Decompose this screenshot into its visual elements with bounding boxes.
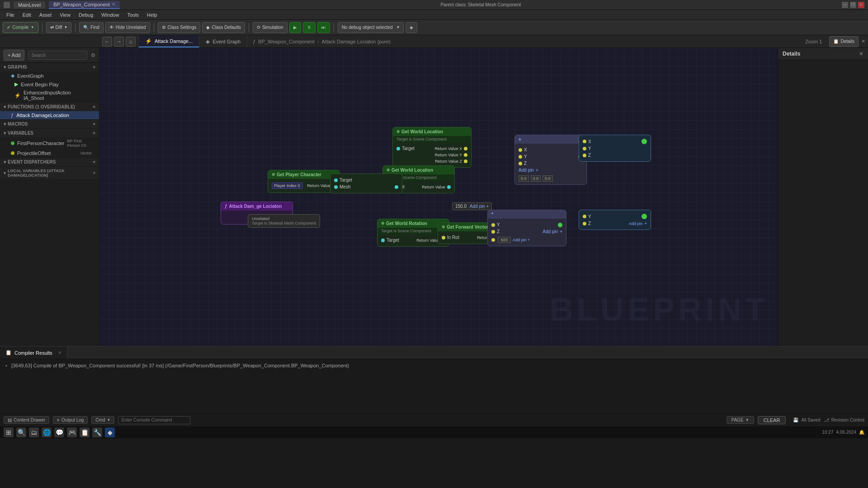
sidebar-item-eventgraph[interactable]: ◈ EventGraph (0, 71, 99, 80)
add-pin-2-mv2[interactable]: Add pin + (513, 238, 530, 242)
pin-out-lower-circle[interactable] (642, 214, 647, 219)
taskbar-chrome[interactable]: 🌐 (42, 427, 52, 437)
variables-header[interactable]: ▾ VARIABLES + (0, 129, 99, 137)
pin-inrot-gfv[interactable] (442, 236, 445, 239)
revision-control[interactable]: ⎇ Revision Control (824, 418, 864, 422)
page-button[interactable]: PAGE ▼ (726, 416, 754, 424)
add-pin-150[interactable]: Add pin + (470, 204, 489, 209)
compiler-tab-close[interactable]: ✕ (58, 350, 61, 355)
sidebar-item-attack-damage[interactable]: ƒ Attack DamageLocation (0, 111, 99, 119)
pin-rety-gwl1[interactable] (464, 153, 467, 157)
compile-button[interactable]: ✔ Compile ▼ (3, 22, 38, 33)
menu-debug[interactable]: Debug (75, 11, 97, 19)
node-attack-damage[interactable]: ƒ Attack Dam_ge Lociaton Return (221, 202, 293, 225)
sidebar-settings-icon[interactable]: ⚙ (91, 52, 95, 58)
tab-compiler-results[interactable]: 📋 Compiler Results ✕ (0, 347, 67, 359)
pin-exec-attack[interactable] (284, 214, 289, 221)
pin-out-circle[interactable] (642, 139, 647, 144)
pin-z-mv1[interactable] (519, 162, 522, 165)
restore-button[interactable]: ❐ (850, 2, 856, 8)
pin-out-mv2[interactable] (558, 223, 562, 227)
graphs-add-icon[interactable]: + (93, 65, 95, 70)
pin-y-mv1[interactable] (519, 155, 522, 159)
add-button[interactable]: + Add (4, 50, 24, 61)
taskbar-teams[interactable]: 💬 (54, 427, 64, 437)
node-get-world-location-1[interactable]: ⚙ Get World Location Target is Scene Com… (392, 127, 472, 168)
node-output-right[interactable]: X Y Z (579, 135, 651, 162)
functions-header[interactable]: ▾ FUNCTIONS (1 OVERRIDABLE) + (0, 103, 99, 111)
graphs-header[interactable]: ▾ GRAPHS + (0, 63, 99, 71)
close-icon[interactable]: ✕ (112, 2, 115, 7)
functions-add-icon[interactable]: + (93, 104, 95, 109)
details-close-icon[interactable]: ✕ (861, 38, 865, 44)
pin-x-mv1[interactable] (519, 148, 522, 152)
sidebar-item-projectileoffset[interactable]: ProjectileOffset Vector (0, 149, 99, 157)
node-make-vector-2[interactable]: * Y Z A (487, 210, 566, 246)
pin-target-gwr[interactable] (381, 239, 385, 242)
pin-mesh[interactable] (334, 185, 338, 189)
pin-out-mesh[interactable] (395, 185, 398, 189)
diff-button[interactable]: ⇄ Diff ▼ (46, 22, 72, 33)
pin-z-mv2[interactable] (491, 230, 495, 234)
localvars-header[interactable]: ▾ LOCAL VARIABLES (ATTACK DAMAGELOCATION… (0, 167, 99, 179)
tab-event-graph[interactable]: ◈ Event Graph (199, 35, 247, 47)
menu-window[interactable]: Window (98, 11, 123, 19)
pin-retx-gwl1[interactable] (464, 147, 467, 150)
dispatchers-header[interactable]: ▾ EVENT DISPATCHERS + (0, 158, 99, 166)
taskbar-file-explorer[interactable]: 🗂 (29, 427, 39, 437)
play-button[interactable]: ▶ (289, 22, 301, 33)
menu-help[interactable]: Help (143, 11, 161, 19)
value-150-node[interactable]: 150.0 Add pin + (452, 202, 492, 210)
step-button[interactable]: ⏭ (317, 22, 330, 33)
cmd-input[interactable] (118, 416, 190, 424)
node-mesh[interactable]: Target Mesh (330, 174, 402, 193)
sidebar-item-ia-shoot[interactable]: ⚡ EnhancedInputAction IA_Shoot (0, 89, 99, 102)
localvars-add-icon[interactable]: + (93, 171, 95, 175)
close-button[interactable]: ✕ (858, 2, 864, 8)
minimize-button[interactable]: ─ (842, 2, 848, 8)
details-button[interactable]: 📋 Details (829, 36, 859, 47)
taskbar-notepad[interactable]: 📋 (80, 427, 90, 437)
pin-z-out-lower[interactable] (583, 222, 586, 225)
menu-asset[interactable]: Asset (36, 11, 56, 19)
pin-x-out[interactable] (583, 140, 586, 143)
macros-add-icon[interactable]: + (93, 122, 95, 127)
macros-header[interactable]: ▾ MACROS + (0, 120, 99, 128)
find-button[interactable]: 🔍 Find (79, 22, 103, 33)
pin-ret-gwl2[interactable] (447, 185, 451, 189)
pin-scalar-mv2[interactable] (491, 238, 495, 242)
content-drawer-button[interactable]: ▤ Content Drawer (4, 416, 49, 424)
simulation-button[interactable]: ⟳ Simulation (253, 22, 288, 33)
sidebar-item-beginplay[interactable]: ▶ Event Begin Play (0, 80, 99, 89)
clear-button[interactable]: CLEAR (758, 416, 786, 424)
back-button[interactable]: ← (102, 37, 112, 47)
add-pin-mv2[interactable]: + (560, 229, 562, 234)
pin-target-mesh[interactable] (334, 178, 338, 182)
canvas-area[interactable]: ⚙ Get World Location Target is Scene Com… (99, 48, 778, 346)
search-taskbar[interactable]: 🔍 (16, 427, 26, 437)
class-settings-button[interactable]: ⚙ Class Settings (158, 22, 201, 33)
search-input[interactable] (28, 51, 87, 60)
menu-tools[interactable]: Tools (123, 11, 142, 19)
forward-button[interactable]: → (114, 37, 124, 47)
taskbar-notifications[interactable]: 🔔 (859, 430, 864, 435)
tab-mainlevel[interactable]: MainLevel (14, 1, 45, 9)
start-button[interactable]: ⊞ (4, 427, 14, 437)
home-button[interactable]: ⌂ (126, 37, 136, 47)
pin-retz-gwl1[interactable] (464, 160, 467, 163)
add-pin-lower[interactable]: + (644, 221, 647, 226)
tab-attack-damage[interactable]: ⚡ Attack Damage... (139, 35, 199, 47)
variables-add-icon[interactable]: + (93, 131, 95, 136)
class-defaults-button[interactable]: ◆ Class Defaults (202, 22, 245, 33)
debug-select[interactable]: No debug object selected ▼ (338, 22, 404, 33)
pin-y-out[interactable] (583, 147, 586, 150)
add-pin-icon-mv1[interactable]: + (536, 168, 538, 173)
node-make-vector-1[interactable]: + X Y (514, 135, 587, 185)
taskbar-gamepad[interactable]: 🎮 (67, 427, 77, 437)
taskbar-settings[interactable]: 🔧 (92, 427, 102, 437)
sidebar-item-firstperson[interactable]: FirstPersonCharacter BP First Person Ch (0, 137, 99, 149)
node-get-player-char[interactable]: ⚙ Get Player Character Player Index 0 Re… (268, 170, 340, 193)
taskbar-ue[interactable]: ◆ (105, 427, 115, 437)
menu-edit[interactable]: Edit (19, 11, 35, 19)
pin-z-out[interactable] (583, 154, 586, 157)
